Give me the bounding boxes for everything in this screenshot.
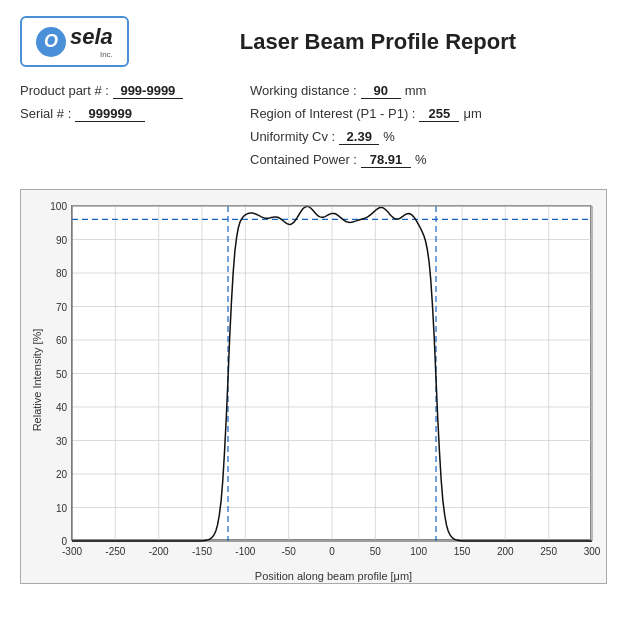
roi-row: Region of Interest (P1 - P1) : 255 μm	[250, 106, 607, 122]
svg-text:0: 0	[329, 546, 335, 557]
logo-letter: O	[44, 31, 58, 52]
serial-row: Serial # : 999999	[20, 106, 220, 122]
svg-text:300: 300	[584, 546, 601, 557]
svg-text:250: 250	[540, 546, 557, 557]
svg-text:-250: -250	[105, 546, 125, 557]
roi-unit: μm	[463, 106, 481, 121]
x-axis-label: Position along beam profile [μm]	[71, 570, 596, 582]
chart-area: Relative Intensity [%] 01020304050607080…	[29, 205, 596, 575]
roi-value: 255	[419, 106, 459, 122]
product-label: Product part # :	[20, 83, 109, 98]
page-header: O sela Inc. Laser Beam Profile Report	[20, 16, 607, 67]
svg-text:20: 20	[56, 469, 68, 480]
svg-text:200: 200	[497, 546, 514, 557]
svg-text:150: 150	[454, 546, 471, 557]
serial-label: Serial # :	[20, 106, 71, 121]
svg-text:80: 80	[56, 268, 68, 279]
svg-text:10: 10	[56, 503, 68, 514]
working-distance-unit: mm	[405, 83, 427, 98]
svg-text:70: 70	[56, 302, 68, 313]
svg-text:-300: -300	[62, 546, 82, 557]
info-left: Product part # : 999-9999 Serial # : 999…	[20, 83, 220, 175]
svg-text:100: 100	[50, 201, 67, 212]
working-distance-row: Working distance : 90 mm	[250, 83, 607, 99]
chart-inner: 0102030405060708090100-300-250-200-150-1…	[71, 205, 591, 540]
working-distance-value: 90	[361, 83, 401, 99]
logo-sub: Inc.	[70, 50, 113, 59]
serial-value: 999999	[75, 106, 145, 122]
contained-power-row: Contained Power : 78.91 %	[250, 152, 607, 168]
logo-box: O sela Inc.	[20, 16, 129, 67]
roi-label: Region of Interest (P1 - P1) :	[250, 106, 415, 121]
svg-text:-200: -200	[149, 546, 169, 557]
contained-power-unit: %	[415, 152, 427, 167]
chart-container: Relative Intensity [%] 01020304050607080…	[20, 189, 607, 584]
svg-text:30: 30	[56, 436, 68, 447]
uniformity-value: 2.39	[339, 129, 379, 145]
svg-text:90: 90	[56, 235, 68, 246]
uniformity-label: Uniformity Cv :	[250, 129, 335, 144]
logo-name: sela	[70, 24, 113, 49]
uniformity-row: Uniformity Cv : 2.39 %	[250, 129, 607, 145]
info-right: Working distance : 90 mm Region of Inter…	[250, 83, 607, 175]
svg-text:-50: -50	[281, 546, 296, 557]
svg-text:40: 40	[56, 402, 68, 413]
svg-text:-150: -150	[192, 546, 212, 557]
product-row: Product part # : 999-9999	[20, 83, 220, 99]
svg-text:60: 60	[56, 335, 68, 346]
svg-text:50: 50	[370, 546, 382, 557]
svg-text:100: 100	[410, 546, 427, 557]
chart-svg: 0102030405060708090100-300-250-200-150-1…	[72, 206, 590, 539]
svg-text:-100: -100	[235, 546, 255, 557]
uniformity-unit: %	[383, 129, 395, 144]
svg-text:50: 50	[56, 369, 68, 380]
svg-text:Relative Intensity [%]: Relative Intensity [%]	[31, 329, 43, 432]
contained-power-value: 78.91	[361, 152, 411, 168]
contained-power-label: Contained Power :	[250, 152, 357, 167]
info-section: Product part # : 999-9999 Serial # : 999…	[20, 83, 607, 175]
logo-circle: O	[36, 27, 66, 57]
product-value: 999-9999	[113, 83, 183, 99]
working-distance-label: Working distance :	[250, 83, 357, 98]
report-title: Laser Beam Profile Report	[159, 29, 597, 55]
